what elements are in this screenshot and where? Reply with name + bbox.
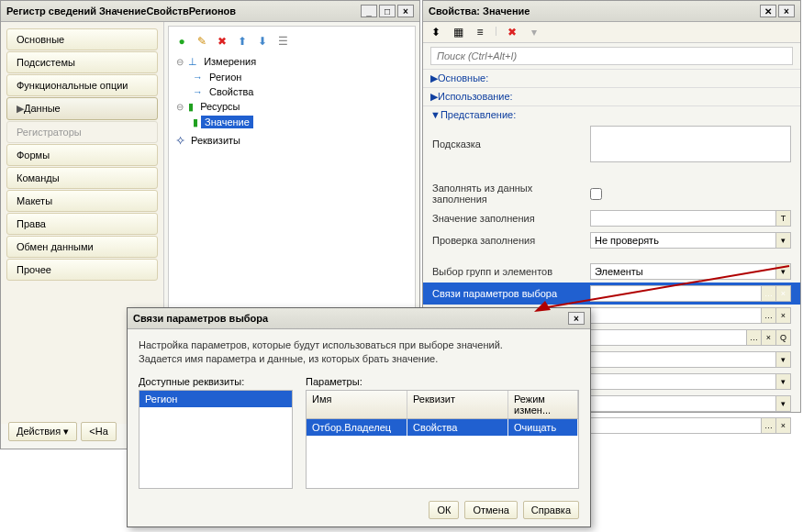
delete-icon[interactable]: ✖: [215, 34, 229, 49]
up-icon[interactable]: ⬆: [235, 34, 250, 49]
nav-rights[interactable]: Права: [6, 213, 158, 235]
grid-icon[interactable]: ▦: [451, 25, 465, 39]
cancel-button[interactable]: Отмена: [464, 501, 517, 519]
groups-dd-button[interactable]: ▾: [776, 263, 791, 280]
col-requisite[interactable]: Реквизит: [407, 391, 508, 418]
linkparam-row[interactable]: Связи параметров выбора…×: [423, 283, 800, 305]
params-label: Параметры:: [306, 376, 579, 387]
hint-label: Подсказка: [432, 139, 590, 150]
nav-commands[interactable]: Команды: [6, 167, 158, 189]
section-presentation[interactable]: ▼Представление:: [423, 105, 800, 123]
fillval-input[interactable]: [590, 210, 776, 227]
dialog-close-button[interactable]: ×: [568, 312, 585, 325]
avail-label: Доступные реквизиты:: [139, 376, 293, 387]
tree-toolbar: ● ✎ ✖ ⬆ ⬇ ☰: [174, 32, 409, 54]
list-icon[interactable]: ≡: [473, 25, 487, 39]
check-input[interactable]: [590, 232, 776, 249]
help-button[interactable]: Справка: [523, 501, 579, 519]
down-icon[interactable]: ⬇: [255, 34, 270, 49]
chevron-down-icon[interactable]: ▾: [527, 25, 541, 39]
props-icon[interactable]: ☰: [275, 34, 290, 49]
nav-forms[interactable]: Формы: [6, 144, 158, 166]
tree-req[interactable]: ⟡ Реквизиты: [174, 130, 409, 150]
edit-icon[interactable]: ✎: [195, 34, 209, 49]
groups-input[interactable]: [590, 263, 776, 280]
left-titlebar: Регистр сведений ЗначениеСвойствРегионов…: [1, 1, 419, 22]
tree-region[interactable]: → Регион: [174, 70, 409, 84]
params-input[interactable]: [590, 307, 762, 324]
link-params-dialog: Связи параметров выбора × Настройка пара…: [127, 307, 591, 527]
linkparam-x[interactable]: ×: [776, 285, 791, 302]
fill-label: Заполнять из данных заполнения: [432, 183, 590, 205]
nav-other[interactable]: Прочее: [6, 259, 158, 281]
add-icon[interactable]: ●: [174, 34, 189, 49]
form-input[interactable]: [590, 329, 747, 346]
check-dd-button[interactable]: ▾: [776, 232, 791, 249]
dialog-titlebar: Связи параметров выбора ×: [128, 308, 590, 329]
nav-exchange[interactable]: Обмен данными: [6, 236, 158, 258]
extra1[interactable]: [590, 351, 776, 368]
minimize-button[interactable]: _: [361, 5, 377, 17]
dialog-desc: Настройка параметров, которые будут испо…: [139, 338, 579, 367]
ok-button[interactable]: ОК: [429, 501, 459, 519]
avail-list[interactable]: Регион: [139, 390, 293, 489]
check-label: Проверка заполнения: [432, 235, 590, 246]
form-x[interactable]: ×: [762, 329, 776, 346]
close-button[interactable]: ×: [397, 5, 414, 17]
back-button[interactable]: <На: [81, 422, 117, 441]
right-title: Свойства: Значение: [429, 6, 530, 17]
search-input[interactable]: [430, 47, 793, 65]
tree-props[interactable]: → Свойства: [174, 84, 409, 99]
sort-icon[interactable]: ⬍: [429, 25, 443, 39]
params-x[interactable]: ×: [776, 307, 791, 324]
extra2[interactable]: [590, 373, 776, 390]
linkparam-input[interactable]: [590, 285, 762, 302]
actions-button[interactable]: Действия ▾: [8, 422, 77, 441]
fill-checkbox[interactable]: [590, 188, 602, 200]
pin-icon[interactable]: ✕: [760, 5, 776, 17]
nav-registrators: Регистраторы: [6, 121, 158, 143]
form-btn[interactable]: …: [747, 329, 762, 346]
grid-header: Имя Реквизит Режим измен...: [307, 391, 578, 419]
params-grid[interactable]: Имя Реквизит Режим измен... Отбор.Владел…: [306, 390, 579, 489]
nav-templates[interactable]: Макеты: [6, 190, 158, 212]
right-titlebar: Свойства: Значение ✕ ×: [423, 1, 800, 22]
tree-dims[interactable]: ⊖ ⊥ Измерения: [174, 54, 409, 70]
fillval-t-button[interactable]: T: [776, 210, 791, 227]
section-usage[interactable]: ▶Использование:: [423, 87, 800, 105]
nav-funcopts[interactable]: Функциональные опции: [6, 74, 158, 96]
hint-input[interactable]: [590, 126, 791, 162]
col-name[interactable]: Имя: [307, 391, 407, 418]
nav-main[interactable]: Основные: [6, 28, 158, 50]
fillval-label: Значение заполнения: [432, 213, 590, 224]
groups-label: Выбор групп и элементов: [432, 266, 590, 277]
section-main[interactable]: ▶Основные:: [423, 69, 800, 87]
form-q[interactable]: Q: [776, 329, 791, 346]
maximize-button[interactable]: □: [379, 5, 396, 17]
nav-subsystems[interactable]: Подсистемы: [6, 51, 158, 73]
right-toolbar: ⬍ ▦ ≡ | ✖ ▾: [423, 22, 800, 43]
extra3[interactable]: [590, 395, 776, 412]
extra4[interactable]: [590, 417, 762, 434]
left-title: Регистр сведений ЗначениеСвойствРегионов: [6, 6, 236, 17]
list-item[interactable]: Регион: [139, 391, 292, 407]
col-mode[interactable]: Режим измен...: [508, 391, 578, 418]
linkparam-btn[interactable]: …: [762, 285, 776, 302]
params-btn[interactable]: …: [762, 307, 776, 324]
tree-value[interactable]: ▮ Значение: [174, 115, 409, 130]
tree-res[interactable]: ⊖ ▮ Ресурсы: [174, 99, 409, 115]
x-icon[interactable]: ✖: [505, 25, 519, 39]
linkparam-label: Связи параметров выбора: [432, 288, 590, 299]
dialog-title: Связи параметров выбора: [133, 313, 268, 324]
close-icon[interactable]: ×: [778, 5, 795, 17]
table-row[interactable]: Отбор.Владелец Свойства Очищать: [307, 419, 578, 436]
nav-data[interactable]: ▶Данные: [6, 97, 158, 120]
